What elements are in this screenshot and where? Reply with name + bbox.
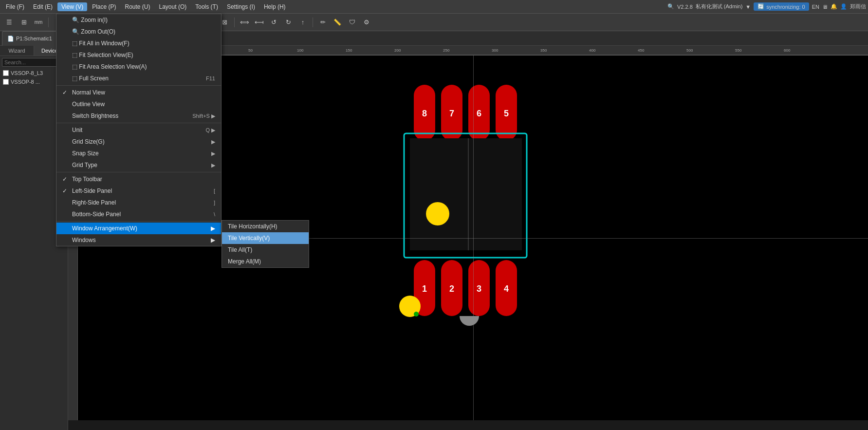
menu-edit[interactable]: Edit (E) [29,2,56,11]
svg-text:4: 4 [503,284,508,294]
view-menu-item-window-arrangement[interactable]: Window Arrangement(W) ▶ [56,223,221,234]
tab-schematic1-label: P1:Schematic1 [16,36,52,41]
view-menu-item-fit-area[interactable]: ⬚ Fit Area Selection View(A) [56,61,221,73]
svg-text:250: 250 [443,48,450,53]
view-menu-label-grid-type: Grid Type [72,162,211,168]
view-menu-divider-2 [56,123,221,123]
view-menu-item-left-panel[interactable]: ✓ Left-Side Panel [ [56,185,221,197]
toolbar-drc[interactable]: 🛡 [346,16,358,29]
version-label: V2.2.8 [677,4,693,10]
svg-text:3: 3 [476,284,481,294]
view-menu-shortcut-bottom-panel: \ [214,211,215,217]
view-menu-label-top-toolbar: Top Toolbar [72,176,215,183]
view-menu-item-grid-type[interactable]: Grid Type ▶ [56,159,221,171]
menu-place[interactable]: Place (P) [88,2,120,11]
view-menu-item-top-toolbar[interactable]: ✓ Top Toolbar [56,173,221,185]
svg-rect-25 [410,138,468,250]
submenu-merge-all[interactable]: Merge All(M) [222,256,309,267]
submenu-label-tile-h: Tile Horizontally(H) [228,223,277,230]
menu-settings[interactable]: Settings (I) [223,2,259,11]
view-menu-label-unit: Unit [72,127,205,133]
view-menu-item-grid-size[interactable]: Grid Size(G) ▶ [56,136,221,148]
toolbar-rotate-cw[interactable]: ↻ [282,16,295,29]
svg-text:200: 200 [394,48,401,53]
view-menu-item-outline[interactable]: Outline View [56,98,221,110]
username-label: 郑雨信 [850,3,866,10]
view-menu-arrow-windows: ▶ [211,237,215,243]
view-menu-item-unit[interactable]: Unit Q ▶ [56,124,221,136]
bell-icon[interactable]: 🔔 [831,3,837,10]
toolbar-highlight[interactable]: ✏ [316,16,329,29]
svg-text:50: 50 [248,48,253,53]
view-menu-shortcut-brightness: Shift+S ▶ [192,113,215,119]
toolbar-settings[interactable]: ⚙ [360,16,373,29]
view-menu-label-fit-sel: ⬚ Fit Selection View(E) [72,52,215,58]
view-menu-item-fit-sel[interactable]: ⬚ Fit Selection View(E) [56,49,221,61]
menu-help[interactable]: Help (H) [260,2,290,11]
view-menu-shortcut-fullscreen: F11 [206,75,215,81]
view-menu-label-right-panel: Right-Side Panel [72,199,214,206]
menu-tools[interactable]: Tools (T) [191,2,222,11]
window-arrangement-submenu: Tile Horizontally(H) Tile Vertically(V) … [222,220,309,268]
avatar[interactable]: 👤 [840,3,847,10]
lang-label[interactable]: EN [812,4,819,10]
view-menu-arrow-window: ▶ [211,225,215,232]
submenu-tile-h[interactable]: Tile Horizontally(H) [222,221,309,232]
view-menu-item-brightness[interactable]: Switch Brightness Shift+S ▶ [56,110,221,122]
view-menu-item-snap-size[interactable]: Snap Size ▶ [56,148,221,159]
sidebar-tab-wizard[interactable]: Wizard [0,46,34,56]
view-menu-shortcut-left-panel: [ [214,188,215,194]
menu-layout[interactable]: Layout (O) [155,2,191,11]
view-menu-item-zoom-out[interactable]: 🔍 Zoom Out(O) [56,26,221,37]
menu-file[interactable]: File (F) [2,2,28,11]
view-menu-label-fit-area: ⬚ Fit Area Selection View(A) [72,63,215,70]
svg-text:100: 100 [297,48,304,53]
svg-point-28 [426,202,449,225]
svg-text:350: 350 [540,48,547,53]
view-menu-item-zoom-in[interactable]: 🔍 Zoom in(I) [56,14,221,26]
view-menu-item-fullscreen[interactable]: ⬚ Full Screen F11 [56,73,221,84]
svg-text:150: 150 [346,48,352,53]
svg-text:550: 550 [735,48,742,53]
toolbar-separator-4 [234,18,235,27]
svg-text:7: 7 [449,109,454,118]
svg-text:5: 5 [503,109,508,118]
tab-schematic1[interactable]: 📄 P1:Schematic1 [2,31,57,46]
toolbar-button-1[interactable]: ☰ [3,16,16,29]
submenu-tile-v[interactable]: Tile Vertically(V) [222,232,309,244]
toolbar-rotate-ccw[interactable]: ↺ [267,16,280,29]
search-icon[interactable]: 🔍 [667,3,674,10]
check-top-toolbar: ✓ [62,176,70,183]
toolbar-separator-1 [48,18,49,27]
toolbar-button-2[interactable]: ⊞ [18,16,30,29]
view-menu-item-normal[interactable]: ✓ Normal View [56,87,221,98]
view-menu-item-windows[interactable]: Windows ▶ [56,234,221,246]
monitor-icon[interactable]: 🖥 [822,4,828,10]
submenu-tile-all[interactable]: Tile All(T) [222,244,309,256]
toolbar-move-up[interactable]: ↑ [296,16,309,29]
toolbar-mirror2[interactable]: ⟻ [253,16,265,29]
menu-route[interactable]: Route (U) [121,2,154,11]
top-right-area: 🔍 V2.2.8 私有化测试 (Admin) ▼ 🔄 synchronizing… [667,2,866,11]
view-menu-label-windows: Windows [72,237,207,243]
view-menu-shortcut-snap-size: ▶ [211,150,215,157]
view-menu-label-bottom-panel: Bottom-Side Panel [72,211,214,218]
view-menu-item-right-panel[interactable]: Right-Side Panel ] [56,197,221,208]
component-checkbox-1[interactable] [3,70,9,76]
menu-view[interactable]: View (V) [57,2,87,11]
crosshair-vertical [473,56,474,420]
view-menu-item-bottom-panel[interactable]: Bottom-Side Panel \ [56,208,221,220]
view-menu-label-zoom-in: 🔍 Zoom in(I) [72,17,215,23]
component-checkbox-2[interactable] [3,79,9,85]
check-normal: ✓ [62,89,70,96]
toolbar-unit[interactable]: mm [32,16,45,29]
submenu-label-tile-v: Tile Vertically(V) [228,235,270,242]
view-menu-item-fit-all[interactable]: ⬚ Fit All in Window(F) [56,37,221,49]
view-menu-label-left-panel: Left-Side Panel [72,187,214,194]
view-menu-dropdown: 🔍 Zoom in(I) 🔍 Zoom Out(O) ⬚ Fit All in … [56,14,222,246]
admin-label: 私有化测试 (Admin) [696,3,743,10]
toolbar-measure[interactable]: 📏 [331,16,344,29]
toolbar-mirror[interactable]: ⟺ [238,16,251,29]
view-menu-divider-4 [56,221,221,222]
view-menu-label-zoom-out: 🔍 Zoom Out(O) [72,28,215,35]
